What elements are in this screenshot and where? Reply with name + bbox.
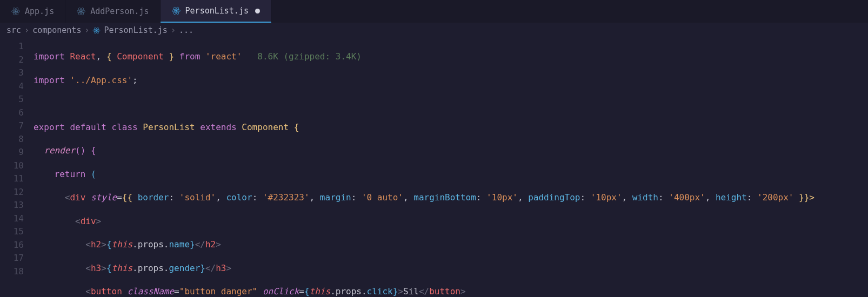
line-gutter: 1 2 3 4 5 6 7 8 9 10 11 12 13 14 15 16 1… — [0, 38, 34, 297]
code-line: export default class PersonList extends … — [34, 121, 868, 134]
line-number: 15 — [0, 225, 34, 239]
code-area[interactable]: import React, { Component } from 'react'… — [34, 38, 868, 297]
line-number: 6 — [0, 106, 34, 120]
tab-label: AddPerson.js — [90, 6, 149, 16]
breadcrumb-seg: components — [32, 25, 81, 35]
code-line: return ( — [34, 168, 868, 181]
tab-personlist[interactable]: PersonList.js — [161, 0, 271, 23]
chevron-right-icon: › — [171, 25, 176, 35]
tab-bar: App.js AddPerson.js PersonList.js — [0, 0, 868, 23]
breadcrumb-seg: src — [6, 25, 21, 35]
line-number: 8 — [0, 133, 34, 146]
code-line — [34, 97, 868, 111]
svg-point-4 — [81, 11, 82, 12]
line-number: 18 — [0, 265, 34, 279]
breadcrumb-seg: ... — [179, 25, 193, 35]
chevron-right-icon: › — [24, 25, 29, 35]
editor[interactable]: 1 2 3 4 5 6 7 8 9 10 11 12 13 14 15 16 1… — [0, 38, 868, 297]
line-number: 11 — [0, 172, 34, 186]
breadcrumb-seg: PersonList.js — [104, 25, 167, 35]
react-icon — [76, 6, 86, 16]
line-number: 16 — [0, 239, 34, 252]
line-number: 10 — [0, 159, 34, 173]
line-number: 1 — [0, 40, 34, 53]
line-number: 7 — [0, 119, 34, 133]
tab-label: PersonList.js — [185, 6, 249, 16]
tab-addperson[interactable]: AddPerson.js — [65, 0, 160, 23]
svg-point-12 — [96, 30, 98, 31]
line-number: 17 — [0, 252, 34, 265]
chevron-right-icon: › — [84, 25, 89, 35]
code-line: import React, { Component } from 'react'… — [34, 50, 868, 64]
code-line: <h2>{this.props.name}</h2> — [34, 238, 868, 252]
tab-label: App.js — [25, 6, 54, 16]
react-icon — [11, 6, 21, 16]
line-number: 5 — [0, 93, 34, 106]
code-line: <div style={{ border: 'solid', color: '#… — [34, 191, 868, 205]
line-number: 12 — [0, 186, 34, 199]
line-number: 9 — [0, 146, 34, 159]
size-hint: 8.6K (gzipped: 3.4K) — [257, 51, 362, 62]
svg-point-8 — [175, 10, 177, 12]
tab-app[interactable]: App.js — [0, 0, 65, 23]
react-icon — [92, 26, 101, 35]
line-number: 2 — [0, 53, 34, 67]
line-number: 13 — [0, 199, 34, 212]
react-icon — [171, 6, 181, 16]
dirty-indicator-icon — [255, 9, 260, 14]
code-line: <div> — [34, 215, 868, 228]
line-number: 4 — [0, 80, 34, 93]
code-line: import '../App.css'; — [34, 74, 868, 87]
code-line: <h3>{this.props.gender}</h3> — [34, 262, 868, 275]
code-line: <button className="button danger" onClic… — [34, 285, 868, 297]
line-number: 14 — [0, 212, 34, 226]
line-number: 3 — [0, 66, 34, 80]
svg-point-0 — [15, 11, 17, 12]
breadcrumb[interactable]: src › components › PersonList.js › ... — [0, 23, 868, 38]
code-line: render() { — [34, 144, 868, 158]
